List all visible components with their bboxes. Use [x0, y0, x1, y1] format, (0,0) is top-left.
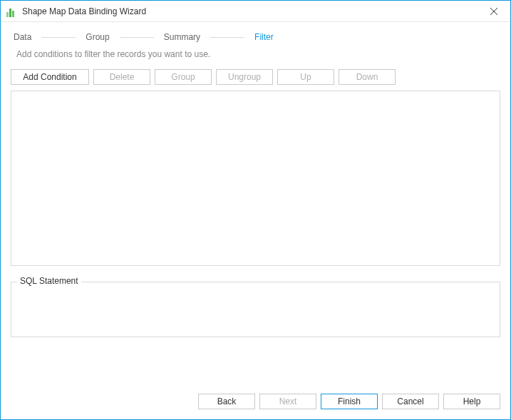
conditions-panel[interactable]: [11, 91, 500, 266]
up-button[interactable]: Up: [277, 69, 334, 85]
group-button[interactable]: Group: [155, 69, 212, 85]
ungroup-button[interactable]: Ungroup: [216, 69, 273, 85]
window-title: Shape Map Data Binding Wizard: [22, 6, 483, 16]
finish-button[interactable]: Finish: [321, 394, 378, 409]
step-summary: Summary: [161, 32, 203, 42]
wizard-window: Shape Map Data Binding Wizard Data Group…: [0, 0, 511, 420]
cancel-button[interactable]: Cancel: [382, 394, 439, 409]
add-condition-button[interactable]: Add Condition: [11, 69, 89, 85]
back-button[interactable]: Back: [198, 394, 255, 409]
help-button[interactable]: Help: [443, 394, 500, 409]
content-area: Data Group Summary Filter Add conditions…: [1, 22, 510, 385]
down-button[interactable]: Down: [339, 69, 396, 85]
titlebar: Shape Map Data Binding Wizard: [1, 1, 510, 22]
conditions-toolbar: Add Condition Delete Group Ungroup Up Do…: [11, 69, 500, 85]
sql-statement-group: SQL Statement: [11, 282, 500, 337]
wizard-footer: Back Next Finish Cancel Help: [1, 385, 510, 419]
step-indicator: Data Group Summary Filter: [11, 32, 500, 42]
step-filter: Filter: [252, 32, 277, 42]
close-icon: [490, 8, 497, 15]
step-data: Data: [11, 32, 34, 42]
step-separator: [120, 37, 154, 38]
delete-button[interactable]: Delete: [93, 69, 150, 85]
next-button[interactable]: Next: [259, 394, 316, 409]
page-subtitle: Add conditions to filter the records you…: [16, 49, 500, 59]
step-separator: [210, 37, 244, 38]
step-group: Group: [83, 32, 112, 42]
step-separator: [41, 37, 76, 38]
sql-statement-label: SQL Statement: [17, 276, 81, 286]
app-icon: [6, 6, 18, 17]
close-button[interactable]: [483, 1, 505, 21]
